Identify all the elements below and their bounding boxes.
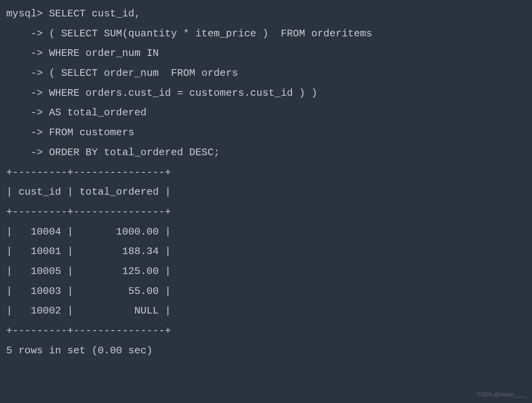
- continuation-line: -> WHERE order_num IN: [6, 47, 159, 59]
- terminal-output: mysql> SELECT cust_id, -> ( SELECT SUM(q…: [6, 4, 526, 360]
- continuation-prompt: ->: [6, 147, 43, 158]
- status-line: 5 rows in set (0.00 sec): [6, 345, 152, 356]
- table-header-row: | cust_id | total_ordered |: [6, 186, 171, 198]
- query-line-2: WHERE order_num IN: [49, 47, 159, 59]
- continuation-prompt: ->: [6, 28, 43, 39]
- query-line-4: WHERE orders.cust_id = customers.cust_id…: [49, 87, 317, 99]
- continuation-line: -> ( SELECT order_num FROM orders: [6, 67, 238, 79]
- continuation-prompt: ->: [6, 47, 43, 59]
- table-row: | 10004 | 1000.00 |: [6, 226, 171, 238]
- continuation-line: -> ( SELECT SUM(quantity * item_price ) …: [6, 28, 372, 39]
- query-line-6: FROM customers: [49, 127, 134, 138]
- table-border-top: +---------+---------------+: [6, 167, 171, 178]
- query-line-0: SELECT cust_id,: [49, 8, 140, 20]
- watermark: CSDN @Xinan____: [477, 389, 526, 400]
- query-line-3: ( SELECT order_num FROM orders: [49, 67, 238, 79]
- continuation-prompt: ->: [6, 87, 43, 99]
- table-border-bottom: +---------+---------------+: [6, 325, 171, 337]
- table-row: | 10001 | 188.34 |: [6, 245, 171, 257]
- continuation-line: -> WHERE orders.cust_id = customers.cust…: [6, 87, 317, 99]
- continuation-line: -> ORDER BY total_ordered DESC;: [6, 147, 220, 158]
- table-row: | 10005 | 125.00 |: [6, 265, 171, 277]
- continuation-prompt: ->: [6, 127, 43, 138]
- continuation-prompt: ->: [6, 67, 43, 79]
- mysql-prompt: mysql>: [6, 8, 43, 20]
- table-border-mid: +---------+---------------+: [6, 206, 171, 218]
- continuation-prompt: ->: [6, 107, 43, 118]
- query-line-1: ( SELECT SUM(quantity * item_price ) FRO…: [49, 28, 372, 39]
- query-line-7: ORDER BY total_ordered DESC;: [49, 147, 220, 158]
- continuation-line: -> AS total_ordered: [6, 107, 147, 118]
- query-line-5: AS total_ordered: [49, 107, 147, 118]
- table-row: | 10002 | NULL |: [6, 305, 171, 317]
- prompt-line: mysql> SELECT cust_id,: [6, 8, 140, 20]
- continuation-line: -> FROM customers: [6, 127, 134, 138]
- table-row: | 10003 | 55.00 |: [6, 285, 171, 297]
